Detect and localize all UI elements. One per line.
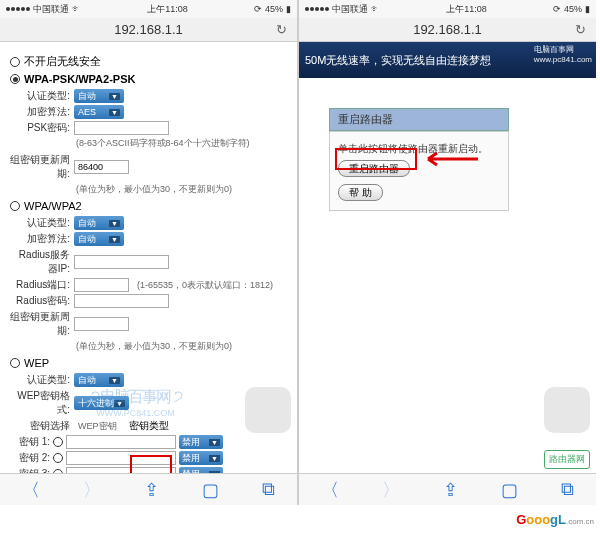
key-sel-val: WEP密钥: [78, 420, 117, 433]
wep-fmt-label: WEP密钥格式:: [10, 389, 70, 417]
psk-pass-input[interactable]: [74, 121, 169, 135]
option-label: WPA-PSK/WPA2-PSK: [24, 73, 135, 85]
psk-pass-label: PSK密码:: [10, 121, 70, 135]
key3-label: 密钥 3:: [10, 467, 50, 473]
group-key-input[interactable]: [74, 160, 129, 174]
enc-algo-select[interactable]: AES: [74, 105, 124, 119]
wep-auth-select[interactable]: 自动: [74, 373, 124, 387]
enc-algo-label: 加密算法:: [10, 232, 70, 246]
back-icon[interactable]: 〈: [321, 478, 339, 502]
option-label: WPA/WPA2: [24, 200, 82, 212]
battery-icon: ▮: [286, 4, 291, 14]
group-key-label: 组密钥更新周期:: [10, 310, 70, 338]
url-bar[interactable]: 192.168.1.1 ↻: [0, 18, 297, 42]
back-icon[interactable]: 〈: [22, 478, 40, 502]
battery-icon: ▮: [585, 4, 590, 14]
rotation-lock-icon: ⟳: [254, 4, 262, 14]
arrow-icon: [423, 150, 483, 168]
carrier-label: 中国联通: [332, 3, 368, 16]
wpa-auth-select[interactable]: 自动: [74, 216, 124, 230]
url-bar[interactable]: 192.168.1.1 ↻: [299, 18, 596, 42]
forward-icon[interactable]: 〉: [83, 478, 101, 502]
group-key-label: 组密钥更新周期:: [10, 153, 70, 181]
wifi-icon: ᯤ: [371, 4, 380, 14]
key1-input[interactable]: [66, 435, 176, 449]
safari-toolbar: 〈 〉 ⇪ ▢ ⧉: [299, 473, 596, 505]
auth-type-label: 认证类型:: [10, 89, 70, 103]
option-wpa[interactable]: WPA/WPA2: [10, 200, 287, 212]
option-wep[interactable]: WEP: [10, 357, 287, 369]
highlight-reboot-link: [130, 455, 172, 473]
psk-hint: (8-63个ASCII码字符或8-64个十六进制字符): [76, 137, 287, 150]
radio-icon: [10, 358, 20, 368]
key2-type-select[interactable]: 禁用: [179, 451, 223, 465]
banner: 50M无线速率，实现无线自由连接梦想 电脑百事网www.pc841.com: [299, 42, 596, 78]
key2-radio[interactable]: [53, 453, 63, 463]
reload-icon[interactable]: ↻: [575, 22, 586, 37]
radius-pass-input[interactable]: [74, 294, 169, 308]
rotation-lock-icon: ⟳: [553, 4, 561, 14]
radio-icon: [10, 74, 20, 84]
help-button[interactable]: 帮 助: [338, 184, 383, 201]
status-bar: 中国联通 ᯤ 上午11:08 ⟳ 45% ▮: [299, 0, 596, 18]
wep-fmt-select[interactable]: 十六进制: [74, 396, 129, 410]
key3-type-select[interactable]: 禁用: [179, 467, 223, 473]
enc-algo-label: 加密算法:: [10, 105, 70, 119]
reload-icon[interactable]: ↻: [276, 22, 287, 37]
key-type-label: 密钥类型: [129, 419, 169, 433]
option-wpa-psk[interactable]: WPA-PSK/WPA2-PSK: [10, 73, 287, 85]
time-label: 上午11:08: [446, 3, 487, 16]
radius-port-input[interactable]: [74, 278, 129, 292]
group-key-input-2[interactable]: [74, 317, 129, 331]
key2-label: 密钥 2:: [10, 451, 50, 465]
radius-port-hint: (1-65535，0表示默认端口：1812): [137, 279, 273, 292]
wpa-enc-select[interactable]: 自动: [74, 232, 124, 246]
safari-toolbar: 〈 〉 ⇪ ▢ ⧉: [0, 473, 297, 505]
forward-icon[interactable]: 〉: [382, 478, 400, 502]
option-label: WEP: [24, 357, 49, 369]
tabs-icon[interactable]: ⧉: [561, 479, 574, 500]
auth-type-label: 认证类型:: [10, 373, 70, 387]
panel-body: 单击此按钮将使路由器重新启动。 重启路由器 帮 助: [329, 131, 509, 211]
battery-label: 45%: [564, 4, 582, 14]
signal-icon: [6, 7, 30, 11]
share-icon[interactable]: ⇪: [443, 479, 458, 501]
radius-port-label: Radius端口:: [10, 278, 70, 292]
radius-ip-label: Radius服务器IP:: [10, 248, 70, 276]
gooogl-logo: GooogL.com.cn: [516, 512, 594, 527]
tabs-icon[interactable]: ⧉: [262, 479, 275, 500]
banner-text: 50M无线速率，实现无线自由连接梦想: [305, 53, 491, 68]
signal-icon: [305, 7, 329, 11]
key3-radio[interactable]: [53, 469, 63, 473]
key1-label: 密钥 1:: [10, 435, 50, 449]
radio-icon: [10, 57, 20, 67]
assistive-touch-icon[interactable]: [544, 387, 590, 433]
bookmarks-icon[interactable]: ▢: [501, 479, 518, 501]
radius-pass-label: Radius密码:: [10, 294, 70, 308]
wifi-icon: ᯤ: [72, 4, 81, 14]
auth-type-select[interactable]: 自动: [74, 89, 124, 103]
option-label: 不开启无线安全: [24, 54, 101, 69]
key1-radio[interactable]: [53, 437, 63, 447]
group-key-hint: (单位为秒，最小值为30，不更新则为0): [76, 183, 287, 196]
share-icon[interactable]: ⇪: [144, 479, 159, 501]
router-site-logo: 路由器网: [544, 450, 590, 469]
url-text: 192.168.1.1: [114, 22, 183, 37]
carrier-label: 中国联通: [33, 3, 69, 16]
key-sel-label: 密钥选择: [10, 419, 70, 433]
highlight-reboot-button: [335, 148, 417, 170]
key1-type-select[interactable]: 禁用: [179, 435, 223, 449]
time-label: 上午11:08: [147, 3, 188, 16]
battery-label: 45%: [265, 4, 283, 14]
radius-ip-input[interactable]: [74, 255, 169, 269]
option-disable-security[interactable]: 不开启无线安全: [10, 54, 287, 69]
status-bar: 中国联通 ᯤ 上午11:08 ⟳ 45% ▮: [0, 0, 297, 18]
radio-icon: [10, 201, 20, 211]
assistive-touch-icon[interactable]: [245, 387, 291, 433]
panel-title: 重启路由器: [329, 108, 509, 131]
url-text: 192.168.1.1: [413, 22, 482, 37]
banner-brand: 电脑百事网www.pc841.com: [534, 44, 592, 64]
auth-type-label: 认证类型:: [10, 216, 70, 230]
bookmarks-icon[interactable]: ▢: [202, 479, 219, 501]
group-key-hint: (单位为秒，最小值为30，不更新则为0): [76, 340, 287, 353]
